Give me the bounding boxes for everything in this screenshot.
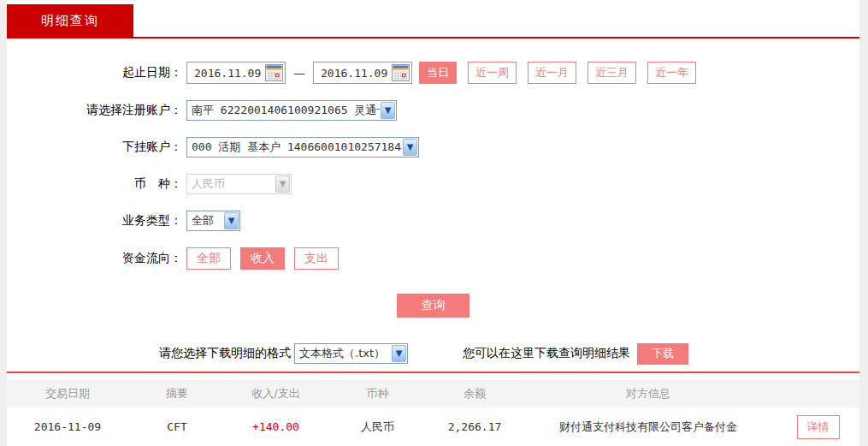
download-format-select[interactable]: 文本格式（.txt） ▼	[294, 343, 408, 364]
register-account-label: 请选择注册账户：	[7, 103, 186, 118]
end-date-input[interactable]: 2016.11.09	[313, 62, 412, 84]
fund-flow-row: 资金流向： 全部 收入 支出	[7, 247, 859, 270]
results-table: 交易日期 摘要 收入/支出 币种 余额 对方信息 2016-11-09 CFT …	[7, 380, 859, 446]
fund-flow-label: 资金流向：	[7, 251, 186, 266]
cell-summary: CFT	[128, 420, 226, 433]
date-range-row: 起止日期： 2016.11.09 — 2016.11.09	[7, 62, 859, 84]
detail-button[interactable]: 详情	[797, 415, 840, 439]
register-account-value: 南平 6222001406100921065 灵通卡	[192, 103, 380, 118]
download-format-label: 请您选择下载明细的格式	[159, 346, 291, 361]
date-range-separator: —	[293, 66, 305, 80]
end-date-value: 2016.11.09	[321, 67, 387, 80]
calendar-icon[interactable]	[265, 64, 283, 81]
range-last-month-button[interactable]: 近一月	[528, 62, 576, 84]
fund-flow-all-button[interactable]: 全部	[186, 247, 231, 270]
cell-amount: +140.00	[226, 420, 326, 433]
download-format-value: 文本格式（.txt）	[299, 346, 385, 361]
currency-value: 人民币	[192, 176, 225, 192]
currency-select: 人民币 ▼	[186, 174, 292, 194]
header-counterparty: 对方信息	[520, 386, 776, 401]
tab-label: 明细查询	[41, 13, 99, 29]
tab-bar: 明细查询	[7, 0, 859, 39]
chevron-down-icon: ▼	[392, 345, 406, 362]
chevron-down-icon: ▼	[275, 175, 290, 193]
calendar-icon[interactable]	[392, 64, 410, 81]
business-type-label: 业务类型：	[7, 213, 186, 229]
query-button[interactable]: 查询	[397, 294, 469, 318]
download-hint: 您可以在这里下载查询明细结果	[463, 346, 630, 361]
table-row: 2016-11-09 CFT +140.00 人民币 2,266.17 财付通支…	[7, 407, 859, 446]
header-summary: 摘要	[128, 386, 226, 401]
header-balance: 余额	[429, 386, 520, 401]
range-last-3-months-button[interactable]: 近三月	[588, 62, 636, 84]
content-panel: 明细查询 起止日期： 2016.11.09	[7, 0, 859, 446]
header-currency: 币种	[326, 386, 429, 401]
chevron-down-icon: ▼	[224, 212, 239, 229]
cell-balance: 2,266.17	[429, 420, 520, 433]
cell-counterparty: 财付通支付科技有限公司客户备付金	[520, 419, 776, 435]
cell-transaction-date: 2016-11-09	[7, 420, 128, 433]
business-type-row: 业务类型： 全部 ▼	[7, 211, 859, 231]
download-row: 请您选择下载明细的格式 文本格式（.txt） ▼ 您可以在这里下载查询明细结果 …	[7, 342, 859, 365]
query-form: 起止日期： 2016.11.09 — 2016.11.09	[7, 39, 859, 365]
cell-currency: 人民币	[326, 419, 429, 435]
query-button-row: 查询	[7, 294, 859, 318]
header-transaction-date: 交易日期	[7, 386, 128, 401]
date-range-label: 起止日期：	[7, 65, 186, 80]
download-button[interactable]: 下载	[637, 343, 688, 365]
sub-account-label: 下挂账户：	[7, 140, 186, 155]
tab-detail-query[interactable]: 明细查询	[7, 4, 133, 37]
currency-row: 币 种： 人民币 ▼	[7, 174, 859, 194]
start-date-value: 2016.11.09	[194, 67, 261, 80]
chevron-down-icon: ▼	[403, 139, 417, 156]
register-account-row: 请选择注册账户： 南平 6222001406100921065 灵通卡 ▼	[7, 100, 859, 121]
currency-label: 币 种：	[7, 176, 186, 192]
start-date-input[interactable]: 2016.11.09	[186, 62, 286, 84]
business-type-select[interactable]: 全部 ▼	[186, 211, 240, 231]
table-divider	[7, 372, 859, 373]
range-today-button[interactable]: 当日	[419, 62, 457, 84]
business-type-value: 全部	[192, 213, 214, 229]
table-header-row: 交易日期 摘要 收入/支出 币种 余额 对方信息	[7, 380, 859, 407]
range-last-week-button[interactable]: 近一周	[468, 62, 517, 84]
header-income-expense: 收入/支出	[226, 386, 326, 401]
fund-flow-expense-button[interactable]: 支出	[294, 247, 339, 270]
fund-flow-income-button[interactable]: 收入	[240, 247, 285, 270]
sub-account-row: 下挂账户： 000 活期 基本户 140660010102571848 ▼	[7, 137, 859, 158]
sub-account-value: 000 活期 基本户 140660010102571848	[192, 140, 402, 155]
register-account-select[interactable]: 南平 6222001406100921065 灵通卡 ▼	[186, 100, 397, 121]
range-last-year-button[interactable]: 近一年	[647, 62, 696, 84]
sub-account-select[interactable]: 000 活期 基本户 140660010102571848 ▼	[186, 137, 419, 158]
chevron-down-icon: ▼	[381, 102, 395, 119]
